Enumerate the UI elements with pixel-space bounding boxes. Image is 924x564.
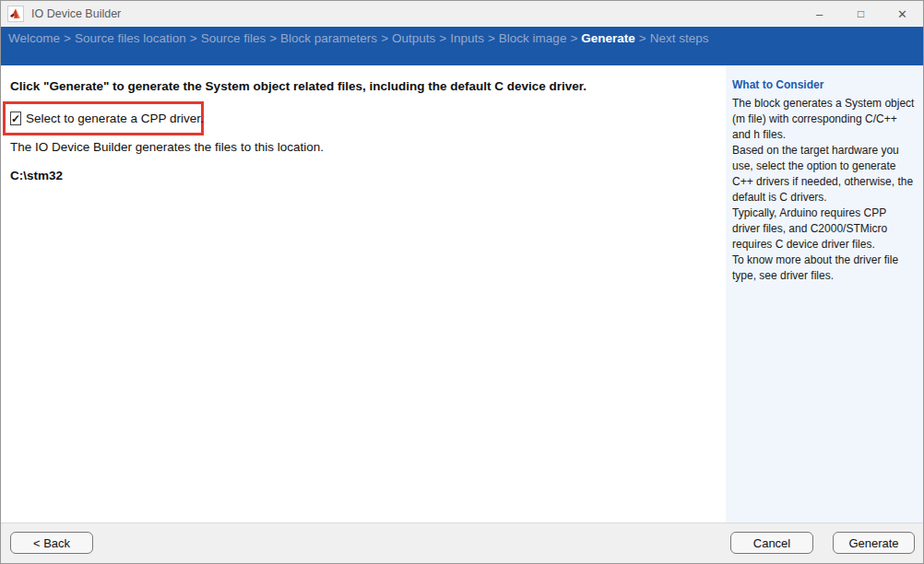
breadcrumb-separator: > [190,31,197,45]
breadcrumb-separator: > [439,31,446,45]
footer-bar: < Back Cancel Generate [1,523,923,563]
output-folder-path: C:\stm32 [10,169,63,182]
cpp-driver-checkbox-label: Select to generate a CPP driver. [26,112,204,125]
io-device-builder-window: IO Device Builder – □ ✕ Welcome>Source f… [0,0,924,564]
breadcrumb-item-next-steps: Next steps [650,31,709,45]
sidebar-heading: What to Consider [732,78,915,91]
breadcrumb-item-generate-active: Generate [581,31,635,45]
breadcrumb-item-block-parameters: Block parameters [280,31,377,45]
window-controls: – □ ✕ [799,1,923,27]
red-highlight-annotation: ✓ Select to generate a CPP driver. [3,101,204,135]
cancel-button[interactable]: Cancel [730,532,813,554]
breadcrumb-item-block-image: Block image [499,31,567,45]
sidebar-paragraph: The block generates a System object (m f… [732,96,915,143]
close-button[interactable]: ✕ [882,1,923,27]
breadcrumb-separator: > [64,31,71,45]
breadcrumb-separator: > [381,31,388,45]
what-to-consider-panel: What to Consider The block generates a S… [726,65,923,523]
minimize-button[interactable]: – [799,1,840,27]
breadcrumb-separator: > [570,31,577,45]
back-button[interactable]: < Back [10,532,93,554]
sidebar-paragraph: Based on the target hardware you use, se… [732,143,915,206]
breadcrumb-separator: > [488,31,495,45]
breadcrumb-separator: > [639,31,646,45]
breadcrumb-item-source-files-location: Source files location [75,31,186,45]
cpp-driver-checkbox[interactable]: ✓ [10,112,21,125]
location-description: The IO Device Builder generates the file… [10,140,324,154]
breadcrumb-item-source-files: Source files [201,31,267,45]
window-title: IO Device Builder [31,7,121,20]
generate-button[interactable]: Generate [833,532,915,554]
breadcrumb-item-welcome: Welcome [8,31,60,45]
sidebar-paragraph: Typically, Arduino requires CPP driver f… [732,206,915,253]
maximize-button[interactable]: □ [840,1,882,27]
breadcrumb-item-inputs: Inputs [450,31,484,45]
titlebar: IO Device Builder – □ ✕ [1,1,923,27]
breadcrumb: Welcome>Source files location>Source fil… [1,27,923,65]
breadcrumb-separator: > [269,31,277,45]
page-heading: Click "Generate" to generate the System … [10,79,586,93]
breadcrumb-item-outputs: Outputs [392,31,435,45]
matlab-logo-icon [7,6,24,22]
main-content: Click "Generate" to generate the System … [1,65,726,523]
sidebar-paragraph: To know more about the driver file type,… [732,253,915,284]
